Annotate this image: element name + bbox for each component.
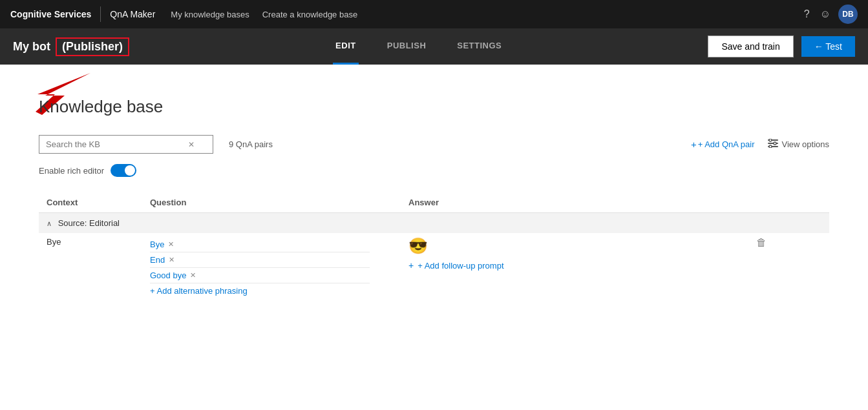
add-followup-plus-icon: +	[408, 260, 414, 271]
create-knowledge-base-link[interactable]: Create a knowledge base	[262, 10, 357, 19]
user-avatar[interactable]: DB	[838, 5, 858, 24]
add-qna-icon: +	[691, 139, 697, 150]
question-text-goodbye[interactable]: Good bye	[150, 271, 186, 280]
clear-search-icon[interactable]: ✕	[188, 140, 195, 149]
knowledge-base-table: Context Question Answer ∧ Source: Editor…	[39, 192, 829, 300]
search-box: ✕	[39, 135, 213, 154]
question-text-bye[interactable]: Bye	[150, 240, 164, 249]
toolbar-right: + + Add QnA pair View options	[691, 139, 829, 150]
context-cell: Bye	[39, 233, 142, 300]
top-nav: Cognitive Services QnA Maker My knowledg…	[0, 0, 868, 28]
toggle-thumb	[125, 165, 135, 176]
brand-label: Cognitive Services	[10, 9, 91, 19]
publisher-badge: (Publisher)	[56, 37, 129, 56]
view-options-icon	[768, 139, 778, 150]
question-tag-end: End ✕	[150, 252, 370, 268]
source-chevron-icon[interactable]: ∧	[47, 220, 52, 227]
search-input[interactable]	[46, 139, 188, 149]
svg-point-4	[769, 139, 772, 141]
answer-header: Answer	[401, 192, 748, 213]
rich-editor-label: Enable rich editor	[39, 166, 104, 176]
tab-publish[interactable]: PUBLISH	[385, 28, 429, 65]
remove-question-bye-icon[interactable]: ✕	[168, 240, 174, 249]
question-text-end[interactable]: End	[150, 255, 165, 265]
tab-settings[interactable]: SETTINGS	[454, 28, 504, 65]
table-header-row: Context Question Answer	[39, 192, 829, 213]
save-and-train-button[interactable]: Save and train	[708, 36, 793, 57]
question-tag-bye: Bye ✕	[150, 237, 370, 252]
kb-toolbar: ✕ 9 QnA pairs + + Add QnA pair	[39, 135, 829, 154]
emoji-button[interactable]: ☺	[820, 8, 831, 20]
view-options-button[interactable]: View options	[768, 139, 829, 150]
question-header: Question	[142, 192, 401, 213]
rich-editor-row: Enable rich editor	[39, 164, 829, 177]
nav-divider	[100, 6, 101, 22]
rich-editor-toggle[interactable]	[111, 164, 136, 177]
bot-title: My bot	[13, 40, 50, 54]
secondary-nav: My bot (Publisher) EDIT PUBLISH SETTINGS…	[0, 28, 868, 65]
remove-question-goodbye-icon[interactable]: ✕	[190, 271, 196, 280]
actions-header	[748, 192, 829, 213]
question-cell: Bye ✕ End ✕ Good bye ✕ + Add alternative…	[142, 233, 401, 300]
source-cell: ∧ Source: Editorial	[39, 213, 829, 234]
remove-question-end-icon[interactable]: ✕	[169, 256, 175, 264]
page-title: Knowledge base	[39, 97, 829, 117]
action-buttons: Save and train ← Test	[708, 36, 855, 57]
actions-cell: 🗑	[748, 233, 829, 300]
source-row: ∧ Source: Editorial	[39, 213, 829, 234]
tab-edit[interactable]: EDIT	[333, 28, 359, 65]
context-value: Bye	[47, 237, 61, 247]
pair-count: 9 QnA pairs	[229, 139, 691, 149]
my-knowledge-bases-link[interactable]: My knowledge bases	[171, 10, 249, 19]
add-qna-pair-button[interactable]: + + Add QnA pair	[691, 139, 755, 150]
test-button[interactable]: ← Test	[801, 36, 855, 57]
answer-emoji: 😎	[408, 237, 741, 255]
add-followup-prompt-button[interactable]: + + Add follow-up prompt	[408, 260, 741, 271]
add-alternative-phrasing-button[interactable]: + Add alternative phrasing	[150, 286, 393, 296]
context-header: Context	[39, 192, 142, 213]
qna-maker-label[interactable]: QnA Maker	[110, 9, 155, 19]
nav-tabs: EDIT PUBLISH SETTINGS	[129, 28, 708, 65]
main-content: Knowledge base ✕ 9 QnA pairs + + Add QnA…	[0, 65, 868, 319]
table-row: Bye Bye ✕ End ✕ Good bye ✕	[39, 233, 829, 300]
answer-cell: 😎 + + Add follow-up prompt	[401, 233, 748, 300]
delete-row-icon[interactable]: 🗑	[756, 237, 767, 248]
svg-point-5	[774, 142, 776, 145]
help-button[interactable]: ?	[804, 8, 810, 20]
source-label: Source: Editorial	[58, 218, 120, 228]
svg-point-6	[769, 145, 772, 148]
question-tag-goodbye: Good bye ✕	[150, 268, 370, 283]
